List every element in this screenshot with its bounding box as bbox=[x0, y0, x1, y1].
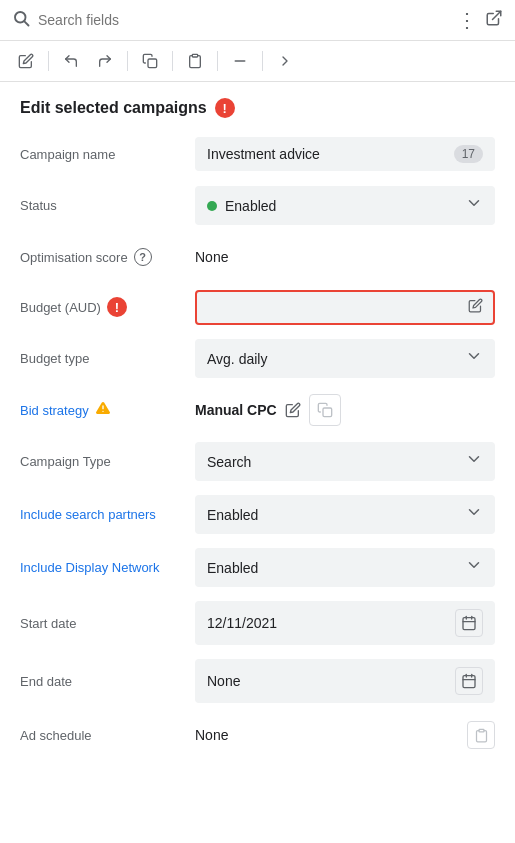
svg-line-1 bbox=[24, 21, 28, 25]
edit-toolbar-button[interactable] bbox=[12, 47, 40, 75]
status-dropdown[interactable]: Enabled bbox=[195, 186, 495, 225]
svg-line-2 bbox=[493, 11, 501, 19]
start-date-calendar-icon[interactable] bbox=[455, 609, 483, 637]
undo-toolbar-button[interactable] bbox=[57, 47, 85, 75]
budget-error-icon: ! bbox=[107, 297, 127, 317]
budget-type-label: Budget type bbox=[20, 351, 195, 366]
end-date-value: None bbox=[195, 659, 495, 703]
svg-rect-9 bbox=[463, 618, 475, 630]
toolbar-divider-3 bbox=[172, 51, 173, 71]
section-error-icon: ! bbox=[215, 98, 235, 118]
end-date-row: End date None bbox=[20, 659, 495, 703]
end-date-input[interactable]: None bbox=[195, 659, 495, 703]
bid-strategy-label: Bid strategy bbox=[20, 400, 195, 420]
svg-rect-8 bbox=[323, 408, 332, 417]
svg-rect-13 bbox=[463, 676, 475, 688]
campaign-name-value: Investment advice 17 bbox=[195, 137, 495, 171]
ad-schedule-value: None bbox=[195, 721, 495, 749]
start-date-input[interactable]: 12/11/2021 bbox=[195, 601, 495, 645]
optimisation-score-row: Optimisation score ? None bbox=[20, 239, 495, 275]
include-display-network-label: Include Display Network bbox=[20, 560, 195, 575]
status-value: Enabled bbox=[195, 186, 495, 225]
campaign-type-row: Campaign Type Search bbox=[20, 442, 495, 481]
campaign-type-label: Campaign Type bbox=[20, 454, 195, 469]
bid-strategy-copy-button[interactable] bbox=[309, 394, 341, 426]
budget-type-chevron-icon bbox=[465, 347, 483, 370]
svg-rect-3 bbox=[148, 59, 157, 68]
budget-type-value: Avg. daily bbox=[195, 339, 495, 378]
toolbar-divider-4 bbox=[217, 51, 218, 71]
campaign-name-label: Campaign name bbox=[20, 147, 195, 162]
ad-schedule-clipboard-icon[interactable] bbox=[467, 721, 495, 749]
bid-strategy-row: Bid strategy Manual CPC bbox=[20, 392, 495, 428]
budget-input-wrap bbox=[195, 290, 495, 325]
budget-edit-icon bbox=[468, 298, 483, 317]
include-display-network-chevron-icon bbox=[465, 556, 483, 579]
budget-row: Budget (AUD) ! bbox=[20, 289, 495, 325]
toolbar bbox=[0, 41, 515, 82]
bid-strategy-warning-icon bbox=[95, 400, 111, 420]
toolbar-divider-1 bbox=[48, 51, 49, 71]
minus-toolbar-button[interactable] bbox=[226, 47, 254, 75]
section-title: Edit selected campaigns ! bbox=[20, 98, 495, 118]
svg-rect-17 bbox=[479, 729, 484, 732]
start-date-row: Start date 12/11/2021 bbox=[20, 601, 495, 645]
campaign-name-input[interactable]: Investment advice 17 bbox=[195, 137, 495, 171]
campaign-type-dropdown[interactable]: Search bbox=[195, 442, 495, 481]
budget-label: Budget (AUD) ! bbox=[20, 297, 195, 317]
search-input[interactable] bbox=[38, 12, 449, 28]
status-chevron-icon bbox=[465, 194, 483, 217]
campaign-type-value: Search bbox=[195, 442, 495, 481]
optimisation-score-label: Optimisation score ? bbox=[20, 248, 195, 266]
bid-strategy-value: Manual CPC bbox=[195, 394, 495, 426]
include-search-partners-label: Include search partners bbox=[20, 507, 195, 522]
toolbar-divider-5 bbox=[262, 51, 263, 71]
campaign-name-badge: 17 bbox=[454, 145, 483, 163]
copy-toolbar-button[interactable] bbox=[136, 47, 164, 75]
more-toolbar-button[interactable] bbox=[271, 47, 299, 75]
end-date-label: End date bbox=[20, 674, 195, 689]
ad-schedule-row: Ad schedule None bbox=[20, 717, 495, 753]
svg-rect-4 bbox=[192, 54, 197, 57]
include-search-partners-row: Include search partners Enabled bbox=[20, 495, 495, 534]
status-label: Status bbox=[20, 198, 195, 213]
external-link-icon[interactable] bbox=[485, 9, 503, 32]
toolbar-divider-2 bbox=[127, 51, 128, 71]
form-area: Edit selected campaigns ! Campaign name … bbox=[0, 82, 515, 783]
status-dot bbox=[207, 201, 217, 211]
end-date-calendar-icon[interactable] bbox=[455, 667, 483, 695]
campaign-name-row: Campaign name Investment advice 17 bbox=[20, 136, 495, 172]
ad-schedule-label: Ad schedule bbox=[20, 728, 195, 743]
more-options-icon[interactable]: ⋮ bbox=[457, 8, 477, 32]
include-search-partners-chevron-icon bbox=[465, 503, 483, 526]
include-search-partners-value: Enabled bbox=[195, 495, 495, 534]
start-date-value: 12/11/2021 bbox=[195, 601, 495, 645]
include-display-network-dropdown[interactable]: Enabled bbox=[195, 548, 495, 587]
budget-value bbox=[195, 290, 495, 325]
redo-toolbar-button[interactable] bbox=[91, 47, 119, 75]
start-date-label: Start date bbox=[20, 616, 195, 631]
budget-type-dropdown[interactable]: Avg. daily bbox=[195, 339, 495, 378]
bid-strategy-edit-button[interactable] bbox=[285, 402, 301, 418]
campaign-type-chevron-icon bbox=[465, 450, 483, 473]
budget-type-row: Budget type Avg. daily bbox=[20, 339, 495, 378]
optimisation-score-value: None bbox=[195, 249, 495, 265]
include-display-network-value: Enabled bbox=[195, 548, 495, 587]
search-bar: ⋮ bbox=[0, 0, 515, 41]
search-icon bbox=[12, 9, 30, 32]
budget-input[interactable] bbox=[207, 299, 468, 315]
include-display-network-row: Include Display Network Enabled bbox=[20, 548, 495, 587]
paste-toolbar-button[interactable] bbox=[181, 47, 209, 75]
help-icon[interactable]: ? bbox=[134, 248, 152, 266]
status-row: Status Enabled bbox=[20, 186, 495, 225]
include-search-partners-dropdown[interactable]: Enabled bbox=[195, 495, 495, 534]
